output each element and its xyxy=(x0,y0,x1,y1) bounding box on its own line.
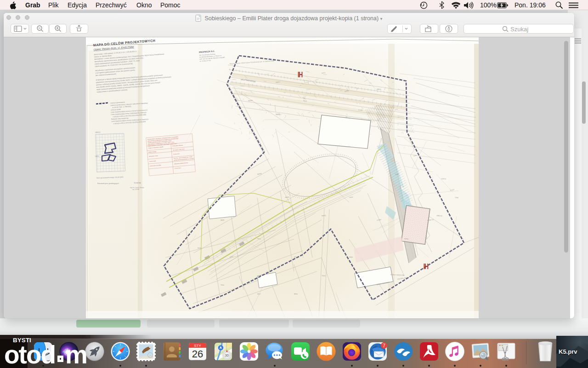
svg-text:UA/83: UA/83 xyxy=(95,155,99,157)
svg-text:304/85: 304/85 xyxy=(276,114,280,115)
svg-text:904/3: 904/3 xyxy=(294,293,298,295)
svg-text:944/2: 944/2 xyxy=(198,247,201,249)
svg-text:904/1: 904/1 xyxy=(257,238,261,240)
svg-text:164/52: 164/52 xyxy=(285,196,289,198)
svg-text:944/51: 944/51 xyxy=(322,214,326,217)
svg-text:STY: STY xyxy=(194,344,201,348)
svg-text:1294 m2: 1294 m2 xyxy=(436,215,442,217)
svg-text:IH: IH xyxy=(298,70,303,79)
svg-text:26: 26 xyxy=(192,348,203,360)
svg-text:164/5: 164/5 xyxy=(395,173,399,175)
svg-text:7: 7 xyxy=(383,343,385,348)
svg-text:3-924 g: 3-924 g xyxy=(441,178,446,180)
svg-text:IH: IH xyxy=(424,262,429,270)
svg-text:107/4: 107/4 xyxy=(322,72,325,74)
svg-text:G-9: G-9 xyxy=(395,109,398,111)
svg-text:951/6: 951/6 xyxy=(294,256,298,258)
svg-text:466/31: 466/31 xyxy=(377,88,381,90)
svg-text:upr. 225/98: upr. 225/98 xyxy=(132,189,139,190)
svg-text:952/3: 952/3 xyxy=(220,219,224,221)
svg-text:6(445): 6(445) xyxy=(404,238,408,240)
svg-text:2-924: 2-924 xyxy=(349,196,353,198)
svg-text:Kierownik prac geodezyjnych:: Kierownik prac geodezyjnych: xyxy=(97,183,119,184)
svg-text:459/4: 459/4 xyxy=(349,256,353,258)
svg-text:951/1: 951/1 xyxy=(303,100,307,102)
svg-text:3D: 3D xyxy=(225,354,229,357)
svg-text:944/26: 944/26 xyxy=(248,99,253,102)
svg-text:UA/8222: UA/8222 xyxy=(95,132,101,133)
svg-text:m-168: m-168 xyxy=(358,109,363,111)
svg-text:KOSZTA: KOSZTA xyxy=(134,182,141,184)
svg-text:952/7: 952/7 xyxy=(257,293,261,295)
